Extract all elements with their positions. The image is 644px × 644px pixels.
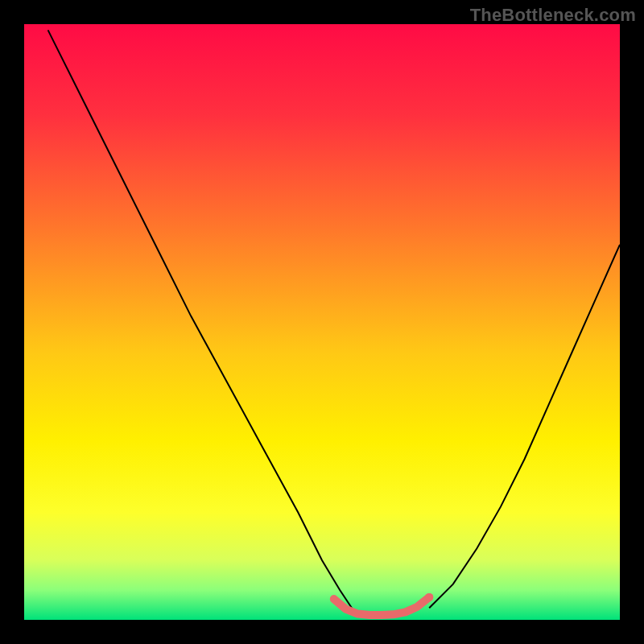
plot-background (24, 24, 620, 620)
watermark-text: TheBottleneck.com (470, 5, 636, 26)
bottleneck-chart (0, 0, 644, 644)
marker-layer (425, 593, 433, 601)
chart-frame: TheBottleneck.com (0, 0, 644, 644)
marker-optimal-point (425, 593, 433, 601)
